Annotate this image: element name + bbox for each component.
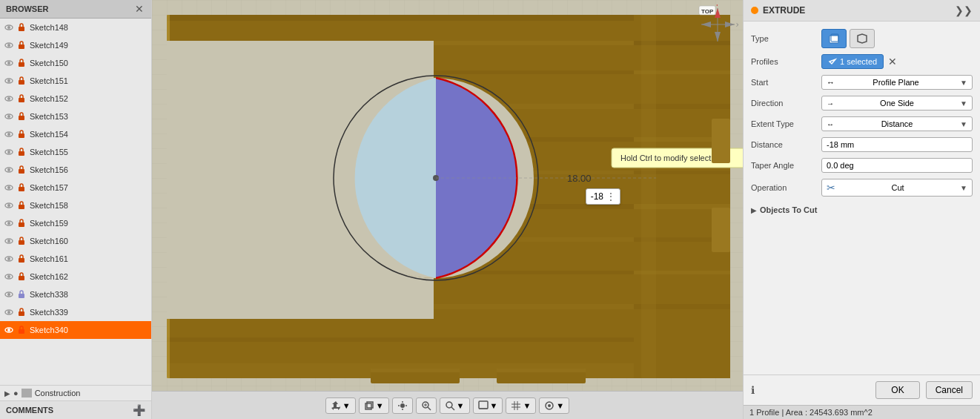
- panel-forward-button[interactable]: ❯❯: [955, 4, 973, 16]
- eye-icon-sketch150[interactable]: [3, 57, 15, 69]
- browser-close-button[interactable]: ✕: [133, 3, 145, 15]
- eye-icon-sketch153[interactable]: [3, 110, 15, 122]
- main-canvas-svg[interactable]: 18.00 Hold Ctrl to modify selection: [152, 0, 743, 391]
- sketch-item-sketch152[interactable]: Sketch152: [0, 90, 151, 108]
- svg-point-10: [7, 79, 10, 82]
- eye-icon-sketch161[interactable]: [3, 253, 15, 265]
- sketch-item-sketch150[interactable]: Sketch150: [0, 54, 151, 72]
- measurement-input[interactable]: -18 ⋮: [586, 188, 620, 205]
- profiles-selected-button[interactable]: 1 selected: [821, 54, 884, 69]
- start-dropdown-arrow: ▼: [960, 79, 967, 87]
- direction-dropdown[interactable]: → One Side ▼: [821, 96, 973, 110]
- eye-icon-sketch338[interactable]: [3, 288, 15, 300]
- canvas-area[interactable]: 18.00 Hold Ctrl to modify selection: [152, 0, 743, 391]
- eye-icon-sketch154[interactable]: [3, 128, 15, 140]
- eye-icon-sketch149[interactable]: [3, 39, 15, 51]
- viewport[interactable]: 18.00 Hold Ctrl to modify selection: [152, 0, 743, 419]
- distance-control[interactable]: [821, 137, 973, 152]
- eye-icon-sketch156[interactable]: [3, 164, 15, 176]
- svg-rect-47: [19, 294, 24, 298]
- sketch-item-sketch158[interactable]: Sketch158: [0, 197, 151, 214]
- start-dropdown[interactable]: ↔ Profile Plane ▼: [821, 75, 973, 90]
- pan-tool-button[interactable]: [392, 397, 413, 414]
- type-solid-button[interactable]: [821, 29, 847, 48]
- viewport-toolbar: ▼ ▼ ▼ ▼: [152, 391, 743, 419]
- sketch-item-sketch153[interactable]: Sketch153: [0, 108, 151, 125]
- construction-expand-button[interactable]: ▶: [4, 389, 10, 397]
- copy-tool-button[interactable]: ▼: [359, 397, 389, 414]
- measurement-more-button[interactable]: ⋮: [606, 191, 615, 202]
- sketch-item-sketch161[interactable]: Sketch161: [0, 250, 151, 268]
- start-control[interactable]: ↔ Profile Plane ▼: [821, 75, 973, 90]
- taper-angle-control[interactable]: [821, 158, 973, 173]
- sketch-item-sketch149[interactable]: Sketch149: [0, 36, 151, 54]
- zoom-fit-button[interactable]: [416, 397, 437, 414]
- svg-rect-82: [641, 15, 656, 378]
- sketch-label-sketch161: Sketch161: [30, 254, 68, 263]
- svg-line-113: [451, 407, 454, 410]
- sketch-item-sketch154[interactable]: Sketch154: [0, 125, 151, 143]
- operation-dropdown[interactable]: ✂ Cut ▼: [821, 179, 973, 197]
- type-row: Type: [751, 29, 973, 48]
- profiles-label: Profiles: [751, 57, 821, 66]
- sketch-label-sketch155: Sketch155: [30, 148, 68, 156]
- taper-angle-input[interactable]: [821, 158, 973, 173]
- svg-rect-105: [365, 403, 371, 409]
- ok-button[interactable]: OK: [875, 381, 919, 399]
- sketch-item-sketch157[interactable]: Sketch157: [0, 179, 151, 197]
- cancel-button[interactable]: Cancel: [926, 381, 973, 399]
- sketch-item-sketch339[interactable]: Sketch339: [0, 303, 151, 321]
- svg-rect-32: [19, 205, 24, 209]
- toolbar-center[interactable]: ▼ ▼ ▼ ▼: [325, 397, 569, 414]
- extent-type-control[interactable]: ↔ Distance ▼: [821, 116, 973, 131]
- svg-point-16: [7, 115, 10, 118]
- sketch-item-sketch160[interactable]: Sketch160: [0, 232, 151, 250]
- comments-add-button[interactable]: ➕: [133, 404, 145, 416]
- distance-input[interactable]: [821, 137, 973, 152]
- eye-icon-sketch340[interactable]: [3, 324, 15, 336]
- svg-point-4: [7, 44, 10, 47]
- eye-icon-sketch339[interactable]: [3, 306, 15, 318]
- construction-folder-icon: [21, 389, 32, 397]
- browser-panel: BROWSER ✕ Sketch148Sketch149Sketch150Ske…: [0, 0, 152, 419]
- direction-control[interactable]: → One Side ▼: [821, 96, 973, 110]
- sketch-item-sketch155[interactable]: Sketch155: [0, 143, 151, 161]
- sketch-item-sketch159[interactable]: Sketch159: [0, 214, 151, 232]
- eye-icon-sketch152[interactable]: [3, 93, 15, 105]
- construction-eye-icon[interactable]: ●: [13, 389, 19, 397]
- svg-rect-8: [19, 62, 24, 67]
- eye-icon-sketch148[interactable]: [3, 22, 15, 33]
- eye-icon-sketch158[interactable]: [3, 199, 15, 211]
- grid-button[interactable]: ▼: [506, 397, 536, 414]
- eye-icon-sketch162[interactable]: [3, 271, 15, 283]
- sketch-label-sketch162: Sketch162: [30, 272, 68, 281]
- type-label: Type: [751, 34, 821, 43]
- sketch-item-sketch156[interactable]: Sketch156: [0, 161, 151, 179]
- zoom-button[interactable]: ▼: [440, 397, 470, 414]
- sketch-item-sketch338[interactable]: Sketch338: [0, 286, 151, 303]
- view-options-button[interactable]: ▼: [539, 397, 569, 414]
- eye-icon-sketch160[interactable]: [3, 235, 15, 247]
- sketch-item-sketch148[interactable]: Sketch148: [0, 19, 151, 36]
- sketch-item-sketch151[interactable]: Sketch151: [0, 72, 151, 90]
- move-tool-button[interactable]: ▼: [325, 397, 356, 414]
- lock-icon-sketch148: [16, 22, 27, 33]
- svg-text:Hold Ctrl to modify selection: Hold Ctrl to modify selection: [620, 154, 722, 162]
- objects-to-cut-toggle[interactable]: ▶ Objects To Cut: [751, 202, 973, 217]
- objects-to-cut-section: ▶ Objects To Cut: [751, 202, 973, 217]
- sketch-label-sketch156: Sketch156: [30, 165, 68, 174]
- eye-icon-sketch157[interactable]: [3, 182, 15, 194]
- sketch-item-sketch162[interactable]: Sketch162: [0, 268, 151, 286]
- extent-type-dropdown[interactable]: ↔ Distance ▼: [821, 116, 973, 131]
- measurement-value: -18: [591, 191, 603, 202]
- profiles-clear-button[interactable]: ✕: [887, 56, 898, 67]
- eye-icon-sketch155[interactable]: [3, 146, 15, 158]
- construction-row[interactable]: ▶ ● Construction: [0, 385, 151, 400]
- operation-control[interactable]: ✂ Cut ▼: [821, 179, 973, 197]
- type-surface-button[interactable]: [850, 29, 875, 48]
- sketch-item-sketch340[interactable]: Sketch340: [0, 321, 151, 339]
- eye-icon-sketch151[interactable]: [3, 75, 15, 87]
- lock-icon-sketch156: [16, 165, 27, 175]
- eye-icon-sketch159[interactable]: [3, 217, 15, 229]
- display-mode-button[interactable]: ▼: [473, 397, 503, 414]
